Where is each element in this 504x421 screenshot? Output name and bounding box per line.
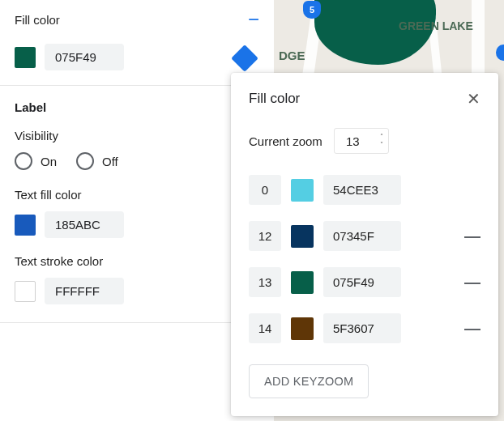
current-zoom-control: Current zoom 13 ˄ ˅ — [249, 128, 481, 154]
text-fill-hex[interactable]: 185ABC — [45, 211, 124, 238]
remove-stop-icon[interactable]: — — [464, 227, 481, 245]
zoom-stop-swatch[interactable] — [291, 179, 314, 202]
zoom-stop-row: 054CEE3 — [249, 175, 481, 205]
text-stroke-hex[interactable]: FFFFFF — [45, 278, 124, 304]
stepper-arrows[interactable]: ˄ ˅ — [380, 134, 383, 148]
label-section-title: Label — [15, 100, 259, 114]
zoom-stops-list: 054CEE31207345F—13075F49—145F3607— — [249, 175, 481, 343]
collapse-icon[interactable]: − — [248, 10, 259, 29]
zoom-stop-row: 1207345F— — [249, 221, 481, 251]
remove-stop-icon[interactable]: — — [464, 273, 481, 291]
visibility-label: Visibility — [15, 129, 259, 142]
radio-off[interactable] — [76, 152, 94, 170]
zoom-stop-hex[interactable]: 07345F — [323, 221, 401, 251]
map-marker — [496, 45, 504, 61]
text-fill-value: 185ABC — [15, 211, 259, 238]
close-icon[interactable]: ✕ — [467, 91, 481, 107]
fill-color-title: Fill color — [15, 13, 60, 27]
radio-on-label: On — [41, 155, 57, 168]
fill-color-hex[interactable]: 075F49 — [45, 44, 124, 70]
chevron-down-icon[interactable]: ˅ — [380, 142, 383, 148]
zoom-stop-row: 145F3607— — [249, 313, 481, 343]
zoom-stop-swatch[interactable] — [291, 317, 314, 340]
zoom-stop-zoom[interactable]: 12 — [249, 221, 281, 251]
text-fill-swatch[interactable] — [15, 215, 36, 236]
remove-stop-icon[interactable]: — — [464, 319, 481, 338]
fill-color-header[interactable]: Fill color − — [15, 6, 259, 32]
radio-off-label: Off — [102, 155, 118, 168]
zoom-stop-hex[interactable]: 54CEE3 — [323, 175, 401, 205]
map-label-green-lake: GREEN LAKE — [399, 19, 473, 32]
zoom-stop-hex[interactable]: 5F3607 — [323, 313, 401, 343]
zoom-stop-swatch[interactable] — [291, 225, 314, 248]
fill-color-value: 075F49 — [15, 44, 259, 70]
map-polygon — [314, 0, 436, 65]
text-fill-label: Text fill color — [15, 188, 259, 202]
zoom-stop-zoom[interactable]: 14 — [249, 313, 281, 343]
zoom-stop-zoom[interactable]: 13 — [249, 267, 281, 297]
zoom-stop-hex[interactable]: 075F49 — [323, 267, 401, 297]
visibility-radio-group: On Off — [15, 152, 259, 170]
radio-on[interactable] — [15, 152, 32, 170]
map-label-dge: DGE — [279, 49, 305, 62]
popover-title: Fill color — [249, 91, 300, 107]
add-keyzoom-button[interactable]: ADD KEYZOOM — [249, 364, 369, 398]
zoom-stop-row: 13075F49— — [249, 267, 481, 297]
zoom-stop-swatch[interactable] — [291, 271, 314, 294]
text-stroke-label: Text stroke color — [15, 254, 259, 268]
zoom-stop-zoom[interactable]: 0 — [249, 175, 281, 205]
zoom-stepper[interactable]: 13 ˄ ˅ — [334, 128, 389, 154]
zoom-value: 13 — [346, 134, 360, 148]
interstate-shield: 5 — [303, 1, 321, 19]
current-zoom-label: Current zoom — [249, 134, 322, 148]
fill-color-popover: Fill color ✕ Current zoom 13 ˄ ˅ 054CEE3… — [231, 73, 498, 416]
fill-color-swatch[interactable] — [15, 47, 36, 68]
text-stroke-swatch[interactable] — [15, 281, 36, 302]
chevron-up-icon[interactable]: ˄ — [380, 134, 383, 140]
text-stroke-value: FFFFFF — [15, 278, 259, 304]
